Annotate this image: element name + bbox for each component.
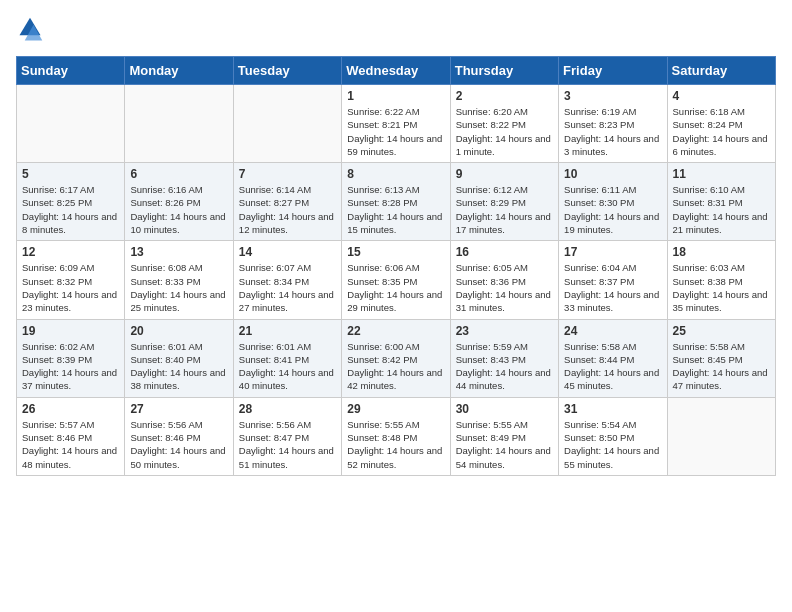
calendar-cell-11: 11Sunrise: 6:10 AMSunset: 8:31 PMDayligh…: [667, 163, 775, 241]
calendar-cell-empty: [125, 85, 233, 163]
cell-info: Sunrise: 6:00 AMSunset: 8:42 PMDaylight:…: [347, 340, 444, 393]
calendar-cell-24: 24Sunrise: 5:58 AMSunset: 8:44 PMDayligh…: [559, 319, 667, 397]
col-header-wednesday: Wednesday: [342, 57, 450, 85]
calendar-cell-15: 15Sunrise: 6:06 AMSunset: 8:35 PMDayligh…: [342, 241, 450, 319]
cell-info: Sunrise: 6:10 AMSunset: 8:31 PMDaylight:…: [673, 183, 770, 236]
col-header-saturday: Saturday: [667, 57, 775, 85]
calendar-week-2: 5Sunrise: 6:17 AMSunset: 8:25 PMDaylight…: [17, 163, 776, 241]
calendar-cell-empty: [667, 397, 775, 475]
cell-info: Sunrise: 5:58 AMSunset: 8:44 PMDaylight:…: [564, 340, 661, 393]
day-number: 17: [564, 245, 661, 259]
calendar-week-4: 19Sunrise: 6:02 AMSunset: 8:39 PMDayligh…: [17, 319, 776, 397]
cell-info: Sunrise: 5:54 AMSunset: 8:50 PMDaylight:…: [564, 418, 661, 471]
calendar-cell-28: 28Sunrise: 5:56 AMSunset: 8:47 PMDayligh…: [233, 397, 341, 475]
calendar-cell-21: 21Sunrise: 6:01 AMSunset: 8:41 PMDayligh…: [233, 319, 341, 397]
col-header-tuesday: Tuesday: [233, 57, 341, 85]
calendar-cell-empty: [17, 85, 125, 163]
cell-info: Sunrise: 6:17 AMSunset: 8:25 PMDaylight:…: [22, 183, 119, 236]
cell-info: Sunrise: 5:55 AMSunset: 8:48 PMDaylight:…: [347, 418, 444, 471]
cell-info: Sunrise: 6:11 AMSunset: 8:30 PMDaylight:…: [564, 183, 661, 236]
cell-info: Sunrise: 6:08 AMSunset: 8:33 PMDaylight:…: [130, 261, 227, 314]
cell-info: Sunrise: 6:05 AMSunset: 8:36 PMDaylight:…: [456, 261, 553, 314]
calendar-cell-29: 29Sunrise: 5:55 AMSunset: 8:48 PMDayligh…: [342, 397, 450, 475]
day-number: 9: [456, 167, 553, 181]
day-number: 1: [347, 89, 444, 103]
day-number: 8: [347, 167, 444, 181]
calendar-cell-20: 20Sunrise: 6:01 AMSunset: 8:40 PMDayligh…: [125, 319, 233, 397]
day-number: 16: [456, 245, 553, 259]
col-header-friday: Friday: [559, 57, 667, 85]
cell-info: Sunrise: 6:07 AMSunset: 8:34 PMDaylight:…: [239, 261, 336, 314]
day-number: 31: [564, 402, 661, 416]
cell-info: Sunrise: 6:02 AMSunset: 8:39 PMDaylight:…: [22, 340, 119, 393]
calendar-cell-12: 12Sunrise: 6:09 AMSunset: 8:32 PMDayligh…: [17, 241, 125, 319]
calendar-cell-3: 3Sunrise: 6:19 AMSunset: 8:23 PMDaylight…: [559, 85, 667, 163]
cell-info: Sunrise: 5:57 AMSunset: 8:46 PMDaylight:…: [22, 418, 119, 471]
day-number: 14: [239, 245, 336, 259]
day-number: 6: [130, 167, 227, 181]
cell-info: Sunrise: 6:12 AMSunset: 8:29 PMDaylight:…: [456, 183, 553, 236]
calendar-cell-4: 4Sunrise: 6:18 AMSunset: 8:24 PMDaylight…: [667, 85, 775, 163]
day-number: 20: [130, 324, 227, 338]
col-header-monday: Monday: [125, 57, 233, 85]
logo-icon: [16, 16, 44, 44]
calendar-cell-16: 16Sunrise: 6:05 AMSunset: 8:36 PMDayligh…: [450, 241, 558, 319]
cell-info: Sunrise: 6:04 AMSunset: 8:37 PMDaylight:…: [564, 261, 661, 314]
day-number: 5: [22, 167, 119, 181]
cell-info: Sunrise: 5:55 AMSunset: 8:49 PMDaylight:…: [456, 418, 553, 471]
cell-info: Sunrise: 6:16 AMSunset: 8:26 PMDaylight:…: [130, 183, 227, 236]
day-number: 28: [239, 402, 336, 416]
calendar-cell-6: 6Sunrise: 6:16 AMSunset: 8:26 PMDaylight…: [125, 163, 233, 241]
day-number: 26: [22, 402, 119, 416]
calendar-cell-31: 31Sunrise: 5:54 AMSunset: 8:50 PMDayligh…: [559, 397, 667, 475]
calendar-cell-8: 8Sunrise: 6:13 AMSunset: 8:28 PMDaylight…: [342, 163, 450, 241]
day-number: 30: [456, 402, 553, 416]
day-number: 7: [239, 167, 336, 181]
calendar-cell-5: 5Sunrise: 6:17 AMSunset: 8:25 PMDaylight…: [17, 163, 125, 241]
calendar-cell-27: 27Sunrise: 5:56 AMSunset: 8:46 PMDayligh…: [125, 397, 233, 475]
calendar-cell-1: 1Sunrise: 6:22 AMSunset: 8:21 PMDaylight…: [342, 85, 450, 163]
calendar-cell-18: 18Sunrise: 6:03 AMSunset: 8:38 PMDayligh…: [667, 241, 775, 319]
calendar-week-5: 26Sunrise: 5:57 AMSunset: 8:46 PMDayligh…: [17, 397, 776, 475]
day-number: 29: [347, 402, 444, 416]
cell-info: Sunrise: 6:03 AMSunset: 8:38 PMDaylight:…: [673, 261, 770, 314]
calendar-week-3: 12Sunrise: 6:09 AMSunset: 8:32 PMDayligh…: [17, 241, 776, 319]
calendar-cell-30: 30Sunrise: 5:55 AMSunset: 8:49 PMDayligh…: [450, 397, 558, 475]
cell-info: Sunrise: 6:19 AMSunset: 8:23 PMDaylight:…: [564, 105, 661, 158]
day-number: 15: [347, 245, 444, 259]
day-number: 3: [564, 89, 661, 103]
calendar-cell-23: 23Sunrise: 5:59 AMSunset: 8:43 PMDayligh…: [450, 319, 558, 397]
cell-info: Sunrise: 6:20 AMSunset: 8:22 PMDaylight:…: [456, 105, 553, 158]
day-number: 12: [22, 245, 119, 259]
calendar-table: SundayMondayTuesdayWednesdayThursdayFrid…: [16, 56, 776, 476]
logo: [16, 16, 48, 44]
cell-info: Sunrise: 5:56 AMSunset: 8:47 PMDaylight:…: [239, 418, 336, 471]
cell-info: Sunrise: 6:01 AMSunset: 8:41 PMDaylight:…: [239, 340, 336, 393]
calendar-cell-14: 14Sunrise: 6:07 AMSunset: 8:34 PMDayligh…: [233, 241, 341, 319]
cell-info: Sunrise: 6:06 AMSunset: 8:35 PMDaylight:…: [347, 261, 444, 314]
day-number: 22: [347, 324, 444, 338]
calendar-week-1: 1Sunrise: 6:22 AMSunset: 8:21 PMDaylight…: [17, 85, 776, 163]
day-number: 11: [673, 167, 770, 181]
day-number: 27: [130, 402, 227, 416]
calendar-cell-empty: [233, 85, 341, 163]
cell-info: Sunrise: 5:56 AMSunset: 8:46 PMDaylight:…: [130, 418, 227, 471]
calendar-cell-13: 13Sunrise: 6:08 AMSunset: 8:33 PMDayligh…: [125, 241, 233, 319]
calendar-cell-10: 10Sunrise: 6:11 AMSunset: 8:30 PMDayligh…: [559, 163, 667, 241]
cell-info: Sunrise: 6:22 AMSunset: 8:21 PMDaylight:…: [347, 105, 444, 158]
day-number: 4: [673, 89, 770, 103]
calendar-cell-25: 25Sunrise: 5:58 AMSunset: 8:45 PMDayligh…: [667, 319, 775, 397]
calendar-cell-2: 2Sunrise: 6:20 AMSunset: 8:22 PMDaylight…: [450, 85, 558, 163]
calendar-cell-26: 26Sunrise: 5:57 AMSunset: 8:46 PMDayligh…: [17, 397, 125, 475]
calendar-cell-9: 9Sunrise: 6:12 AMSunset: 8:29 PMDaylight…: [450, 163, 558, 241]
cell-info: Sunrise: 5:58 AMSunset: 8:45 PMDaylight:…: [673, 340, 770, 393]
cell-info: Sunrise: 6:09 AMSunset: 8:32 PMDaylight:…: [22, 261, 119, 314]
day-number: 25: [673, 324, 770, 338]
page-header: [16, 16, 776, 44]
cell-info: Sunrise: 6:13 AMSunset: 8:28 PMDaylight:…: [347, 183, 444, 236]
day-number: 13: [130, 245, 227, 259]
col-header-sunday: Sunday: [17, 57, 125, 85]
day-number: 21: [239, 324, 336, 338]
calendar-header-row: SundayMondayTuesdayWednesdayThursdayFrid…: [17, 57, 776, 85]
calendar-cell-7: 7Sunrise: 6:14 AMSunset: 8:27 PMDaylight…: [233, 163, 341, 241]
